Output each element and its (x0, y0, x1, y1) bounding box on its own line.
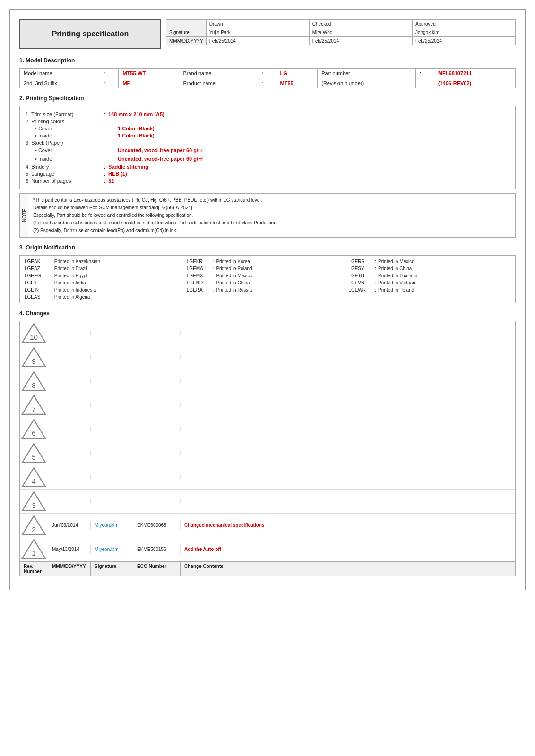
note-line-1: *This part contains Eco-hazardous substa… (33, 197, 277, 204)
rev-triangle-4-icon: 4 (21, 466, 47, 488)
rev-triangle-1-icon: 1 (21, 538, 47, 560)
changes-eco-3 (133, 499, 181, 503)
footer-content-label: Change Contents (181, 562, 515, 576)
spec-stock-label: 3. Stock (Paper) (26, 140, 101, 146)
changes-rev-7: 7 (20, 393, 48, 417)
changes-content-5 (181, 451, 515, 455)
origin-lgein: LGEIN : Printed in Indonesia (25, 287, 187, 293)
changes-content-10 (181, 331, 515, 335)
svg-text:6: 6 (32, 429, 36, 437)
changes-sig-5 (91, 451, 133, 455)
changes-rev-3: 3 (20, 490, 48, 513)
changes-sig-7 (91, 403, 133, 407)
changes-row-3: 3 (20, 490, 515, 514)
svg-text:8: 8 (32, 381, 36, 389)
origin-lgekr: LGEKR : Printed in Korea (187, 258, 349, 265)
changes-row-7: 7 (20, 393, 515, 417)
brand-name-colon: : (258, 69, 276, 78)
spec-cover-stock-value: Uncoated, wood-free paper 60 g/㎡ (118, 147, 203, 154)
changes-date-8 (48, 379, 91, 383)
origin-lgevn: LGEVN : Printed in Vietnam (348, 280, 510, 286)
changes-eco-7 (133, 403, 181, 407)
origin-lgeaz: LGEAZ : Printed in Brazil (25, 266, 187, 272)
spec-bindery-label: 4. Bindery (26, 164, 101, 170)
origin-lgend: LGEND : Printed in China (187, 280, 349, 286)
suffix-label: 2nd, 3rd Suffix (20, 78, 100, 88)
origin-lgeak: LGEAK : Printed in Kazakhstan (25, 258, 187, 265)
svg-text:2: 2 (32, 525, 36, 533)
part-number-label: Part number (318, 69, 416, 78)
product-name-label: Product name (179, 78, 258, 88)
note-line-4: (1) Eco-hazardous substances test report… (33, 219, 277, 227)
changes-date-4 (48, 475, 91, 479)
note-side-label: NOTE (20, 194, 28, 237)
section3-title: 3. Origin Notification (19, 244, 516, 252)
note-line-3: Especially, Part should be followed and … (33, 212, 277, 219)
origin-lgeeg: LGEEG : Printed in Egypt (25, 273, 187, 279)
changes-eco-8 (133, 379, 181, 383)
spec-cover-color: • Cover : 1 Color (Black) (35, 126, 509, 131)
suffix-value: MF (119, 78, 179, 88)
changes-table: 10 9 8 (19, 321, 516, 576)
checked-date: Feb/25/2014 (309, 37, 412, 45)
printing-spec-box: 1. Trim size (Format) : 148 mm x 210 mm … (19, 106, 516, 189)
changes-sig-1: Miyeon.kim (91, 545, 133, 554)
origin-lgesy: LGESY : Printed in China (348, 266, 510, 272)
svg-text:7: 7 (32, 405, 36, 413)
approved-sig: Jongok.kim (412, 28, 515, 37)
changes-eco-5 (133, 451, 181, 455)
product-name-colon: : (258, 78, 276, 88)
spec-bindery-value: Saddle stitching (108, 164, 148, 170)
changes-content-6 (181, 427, 515, 431)
spec-inside-value: 1 Color (Black) (118, 133, 155, 138)
changes-date-2: Jun/03/2014 (48, 521, 91, 530)
changes-date-6 (48, 427, 91, 431)
approved-label: Approved (412, 20, 515, 28)
changes-content-9 (181, 355, 515, 359)
rev-triangle-2-icon: 2 (21, 515, 47, 536)
model-row-1: Model name : MT55-WT Brand name : LG Par… (20, 69, 516, 78)
spec-inside-label: • Inside (35, 133, 111, 138)
header-empty (166, 20, 207, 28)
changes-rev-6: 6 (20, 417, 48, 441)
svg-text:4: 4 (32, 477, 36, 485)
model-name-label: Model name (20, 69, 100, 78)
section1-title: 1. Model Description (19, 57, 516, 65)
part-number-value: MFL68107211 (434, 69, 515, 78)
changes-row-9: 9 (20, 345, 515, 369)
spec-printing-colors: 2. Printing colors (26, 119, 509, 124)
changes-content-7 (181, 403, 515, 407)
rev-triangle-5-icon: 5 (21, 442, 47, 464)
changes-row-5: 5 (20, 441, 515, 465)
changes-sig-6 (91, 427, 133, 431)
changes-rev-10: 10 (20, 321, 48, 345)
changes-sig-9 (91, 355, 133, 359)
changes-eco-6 (133, 427, 181, 431)
spec-pages: 6. Number of pages : 32 (26, 178, 509, 184)
changes-row-10: 10 (20, 321, 515, 345)
changes-sig-2: Miyeon.kim (91, 521, 133, 530)
svg-text:5: 5 (32, 453, 36, 461)
changes-rev-4: 4 (20, 465, 48, 489)
changes-date-3 (48, 499, 91, 503)
origin-lgewr: LGEWR : Printed in Poland (348, 287, 510, 293)
note-line-5: (2) Especially, Don't use or contain lea… (33, 227, 277, 234)
changes-eco-9 (133, 355, 181, 359)
approval-table: Drawn Checked Approved Signature Yujin.P… (166, 19, 516, 45)
footer-rev-label: Rev. Number (20, 562, 48, 576)
changes-row-2: 2 Jun/03/2014 Miyeon.kim EKME600065 Chan… (20, 514, 515, 538)
origin-lgeth: LGETH : Printed in Thailand (348, 273, 510, 279)
svg-text:9: 9 (32, 357, 36, 365)
changes-sig-10 (91, 331, 133, 335)
spec-trim-size: 1. Trim size (Format) : 148 mm x 210 mm … (26, 112, 509, 117)
model-description-table: Model name : MT55-WT Brand name : LG Par… (19, 68, 516, 88)
drawn-sig: Yujin.Park (206, 28, 309, 37)
footer-sig-label: Signature (91, 562, 133, 576)
origin-empty2 (348, 294, 510, 300)
drawn-date: Feb/25/2014 (206, 37, 309, 45)
footer-date-label: MMM/DD/YYYY (48, 562, 91, 576)
origin-empty1 (187, 294, 349, 300)
brand-name-label: Brand name (179, 69, 258, 78)
changes-sig-8 (91, 379, 133, 383)
rev-triangle-7-icon: 7 (21, 394, 47, 416)
